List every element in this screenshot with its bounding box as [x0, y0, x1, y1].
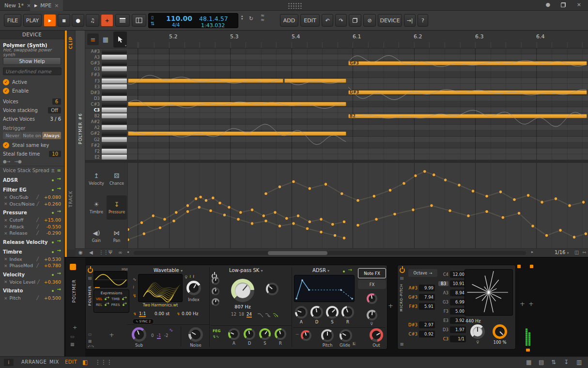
enable-checkbox[interactable]: [3, 88, 9, 94]
note-F3[interactable]: [128, 79, 283, 83]
duplicate-button[interactable]: [349, 14, 361, 27]
zoom-range-icon[interactable]: ⇿: [582, 250, 586, 255]
micropitch-note-C4[interactable]: C412.00: [438, 270, 466, 278]
remove-modulation-icon[interactable]: ×: [4, 296, 8, 301]
voice-stacking-row[interactable]: Voice stackingOff: [0, 106, 64, 114]
playhead-position-value[interactable]: 48.1.4.57: [199, 15, 228, 22]
grid-icon[interactable]: ▦: [70, 342, 75, 347]
mod-amount-value[interactable]: +0.780: [41, 263, 61, 268]
meters-icon[interactable]: ▥: [576, 359, 582, 366]
mod-amount-value[interactable]: +0.530: [41, 256, 61, 262]
timbre-mod-knob[interactable]: [367, 310, 377, 320]
pressure-point[interactable]: [554, 197, 557, 201]
mod-route-icon[interactable]: [51, 240, 61, 244]
pressure-point[interactable]: [172, 219, 176, 223]
pressure-point[interactable]: [375, 218, 378, 221]
pressure-point[interactable]: [414, 174, 417, 177]
expression-tab-pan[interactable]: ⋈Pan: [107, 224, 127, 248]
pressure-point[interactable]: [423, 170, 426, 173]
remove-modulation-icon[interactable]: ×: [4, 224, 8, 229]
retrigger-always[interactable]: Always: [42, 132, 61, 139]
note-tuning-value[interactable]: 9.99: [419, 285, 435, 291]
env-release-knob[interactable]: [341, 306, 354, 319]
pressure-point[interactable]: [292, 180, 295, 183]
filter-drive-knob[interactable]: [212, 277, 219, 285]
mod-source-filter-eg[interactable]: Filter EG: [0, 186, 64, 194]
pressure-point[interactable]: [274, 211, 277, 214]
note-B2[interactable]: B2: [348, 114, 587, 118]
mod-route-icon[interactable]: [51, 188, 61, 192]
lfo-shape-icon[interactable]: ∿: [133, 277, 137, 282]
mix-view-button[interactable]: MIX: [49, 359, 59, 365]
remote-controls-icon[interactable]: ▦: [400, 342, 404, 346]
piano-key-F#3[interactable]: [102, 72, 127, 77]
device-power-button[interactable]: [88, 268, 93, 273]
retrigger-never[interactable]: Never: [3, 132, 22, 139]
remove-modulation-icon[interactable]: ×: [4, 201, 8, 206]
micropitch-note-C#3[interactable]: C#30.92: [407, 330, 435, 338]
pressure-point[interactable]: [199, 195, 202, 199]
insert-device-button[interactable]: +: [388, 302, 393, 309]
pressure-point[interactable]: [152, 214, 155, 218]
envelope-type-selector[interactable]: ADSR ▾: [312, 268, 329, 273]
preset-icon[interactable]: ▭: [88, 332, 92, 336]
micropitch-note-G3[interactable]: G36.99: [438, 298, 466, 306]
envelope-point[interactable]: [340, 289, 342, 291]
pitch-knob[interactable]: [321, 329, 334, 342]
mod-target-phasemod[interactable]: ×PhaseMod╱+0.780: [0, 262, 64, 269]
filter-cutoff-value[interactable]: 807 Hz: [230, 304, 255, 309]
sync-icon[interactable]: ⇅: [551, 359, 556, 366]
dual-display-icon[interactable]: ▦: [526, 359, 531, 366]
pressure-point[interactable]: [573, 236, 576, 239]
envelope-point[interactable]: [351, 298, 353, 300]
sub-octave-0[interactable]: 0: [151, 333, 154, 338]
env-decay-knob[interactable]: [310, 306, 323, 319]
osc-semitone-value[interactable]: 0.00 st: [155, 311, 170, 316]
voice-stacking-value[interactable]: Off: [48, 107, 61, 113]
pressure-point[interactable]: [158, 226, 162, 229]
remove-modulation-icon[interactable]: ×: [4, 218, 8, 223]
filter-type-selector[interactable]: Low-pass SK ▾: [229, 268, 263, 273]
piano-key-F#2[interactable]: [102, 143, 127, 148]
micropitch-note-C3[interactable]: C31/1: [438, 335, 466, 343]
mod-source-pressure[interactable]: Pressure: [0, 208, 64, 217]
play-menu-button[interactable]: PLAY: [23, 14, 42, 27]
remote-controls-icon[interactable]: ▦: [88, 339, 92, 343]
pressure-point[interactable]: [499, 190, 502, 193]
expression-tab-gain[interactable]: ◀)Gain: [86, 224, 107, 248]
expression-tab-chance[interactable]: ⚄Chance: [107, 167, 127, 191]
osc-waveform-display[interactable]: [93, 271, 127, 288]
pressure-point[interactable]: [324, 183, 327, 186]
voices-value[interactable]: 6: [52, 98, 61, 105]
note-tuning-value[interactable]: 3.92: [450, 317, 466, 324]
polymer-device[interactable]: ▤ POLYMER ▭ ▦ ↶↷ MW Expressions VEL TIMB…: [85, 265, 387, 350]
octave-mode-selector[interactable]: Octave→: [408, 269, 437, 277]
voices-row[interactable]: Voices6: [0, 97, 64, 106]
cancel-button[interactable]: ⊘: [363, 14, 376, 27]
pressure-point[interactable]: [372, 194, 376, 198]
mod-target-voicelevel[interactable]: ×Voice Level╱+0.360: [0, 279, 64, 286]
note-tuning-value[interactable]: 6.99: [450, 299, 466, 305]
voice-stack-spread-row[interactable]: Voice Stack Spread ± ≡: [0, 166, 64, 175]
pressure-point[interactable]: [526, 194, 530, 197]
pressure-point[interactable]: [278, 185, 281, 189]
filter-resonance-knob[interactable]: [266, 283, 279, 295]
pressure-point[interactable]: [320, 230, 323, 234]
piano-key-B2[interactable]: [102, 113, 127, 118]
pressure-point[interactable]: [142, 232, 146, 236]
steal-same-key-row[interactable]: Steal same key: [0, 141, 64, 149]
device-display-icon[interactable]: ▤: [88, 276, 92, 280]
expression-lane[interactable]: [128, 163, 588, 248]
envelope-point[interactable]: [301, 279, 303, 281]
pressure-point[interactable]: [285, 217, 288, 220]
velocity-lane-icon[interactable]: ⋮⋮: [99, 250, 108, 255]
track-tab[interactable]: TRACK: [68, 191, 73, 208]
mod-source-velocity[interactable]: Velocity: [0, 271, 64, 279]
tempo-value[interactable]: 110.00: [166, 15, 192, 22]
piano-key-A3[interactable]: [102, 55, 127, 60]
pressure-point[interactable]: [163, 218, 167, 221]
monitor-icon[interactable]: ▭: [70, 334, 75, 339]
punch-icons[interactable]: ▴▾: [241, 15, 243, 20]
clip-launcher-button[interactable]: [115, 14, 130, 27]
note-tuning-value[interactable]: 12.00: [450, 271, 466, 278]
